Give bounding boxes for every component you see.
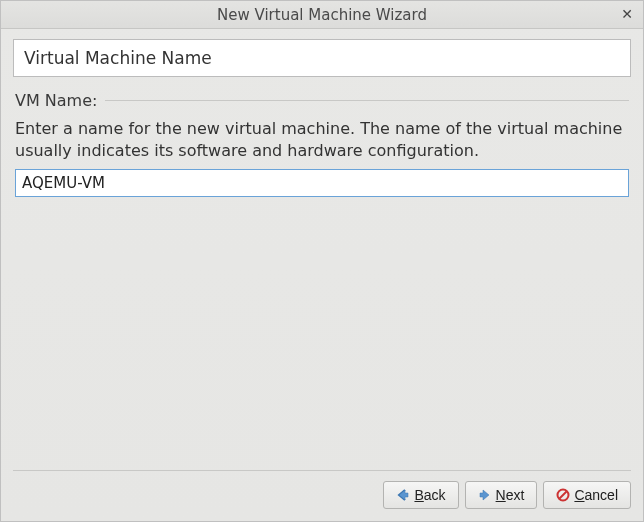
vm-name-input[interactable] [15, 169, 629, 197]
step-header: Virtual Machine Name [13, 39, 631, 77]
arrow-right-icon [478, 488, 492, 502]
next-button-label: Next [496, 487, 525, 503]
window-title: New Virtual Machine Wizard [217, 6, 427, 24]
vm-name-group: VM Name: Enter a name for the new virtua… [13, 91, 631, 454]
cancel-icon [556, 488, 570, 502]
button-bar-divider [13, 470, 631, 471]
close-icon[interactable]: ✕ [619, 6, 635, 22]
cancel-button-label: Cancel [574, 487, 618, 503]
svg-line-1 [560, 492, 567, 499]
step-header-label: Virtual Machine Name [24, 48, 212, 68]
button-row: Back Next Cancel [13, 481, 631, 509]
group-divider [105, 100, 629, 101]
group-description: Enter a name for the new virtual machine… [15, 118, 629, 161]
cancel-button[interactable]: Cancel [543, 481, 631, 509]
next-button[interactable]: Next [465, 481, 538, 509]
button-bar: Back Next Cancel [1, 462, 643, 521]
wizard-content: Virtual Machine Name VM Name: Enter a na… [1, 29, 643, 462]
back-button[interactable]: Back [383, 481, 458, 509]
wizard-window: New Virtual Machine Wizard ✕ Virtual Mac… [0, 0, 644, 522]
group-label-row: VM Name: [15, 91, 629, 110]
group-title: VM Name: [15, 91, 105, 110]
title-bar: New Virtual Machine Wizard ✕ [1, 1, 643, 29]
arrow-left-icon [396, 488, 410, 502]
back-button-label: Back [414, 487, 445, 503]
